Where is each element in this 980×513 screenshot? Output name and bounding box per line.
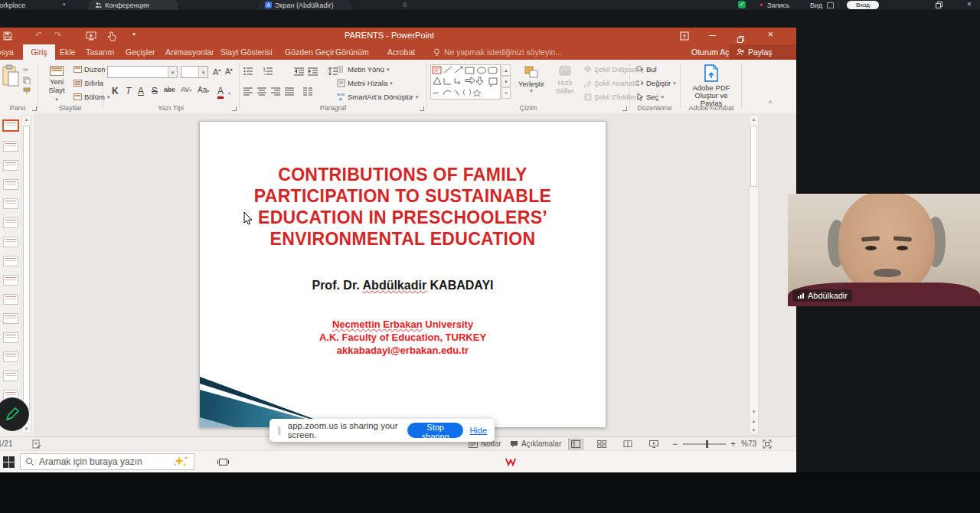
slide-thumbnail-panel[interactable]: ▴ ▾ <box>0 113 34 436</box>
thumbnail[interactable] <box>3 332 18 343</box>
tab-insert[interactable]: Ekle <box>60 44 75 60</box>
thumbnail[interactable] <box>3 371 18 381</box>
start-slideshow-icon[interactable] <box>86 31 96 41</box>
section-button[interactable]: Bölüm▾ <box>74 93 109 101</box>
collapse-ribbon-icon[interactable]: ^ <box>769 100 772 107</box>
tell-me-box[interactable]: Ne yapmak istediğinizi söyleyin... <box>444 44 562 60</box>
bold-button[interactable]: K <box>112 86 119 96</box>
scrollbar-thumb[interactable] <box>23 126 30 410</box>
gallery-up-icon[interactable]: ▴ <box>501 64 511 76</box>
format-painter-icon[interactable] <box>23 87 31 95</box>
align-center-icon[interactable] <box>257 87 266 96</box>
zoom-in-button[interactable]: + <box>730 439 736 449</box>
tab-slideshow[interactable]: Slayt Gösterisi <box>220 44 273 60</box>
thumbnail[interactable] <box>3 237 18 247</box>
stock-ticker-icon[interactable] <box>505 457 518 467</box>
save-icon[interactable] <box>3 31 12 41</box>
tab-animations[interactable]: Animasyonlar <box>165 44 214 60</box>
change-case-button[interactable]: Aa▾ <box>198 86 209 94</box>
close-window-icon[interactable]: × <box>967 0 972 8</box>
reset-button[interactable]: Sıfırla <box>74 79 103 87</box>
text-direction-button[interactable]: Metin Yönü▾ <box>337 65 389 74</box>
slide-canvas[interactable]: CONTRIBUTIONS OF FAMILY PARTICIPATION TO… <box>199 121 606 428</box>
thumbnail[interactable] <box>3 313 18 324</box>
copy-icon[interactable] <box>23 77 31 84</box>
scroll-up-icon[interactable]: ▴ <box>22 116 31 123</box>
undo-icon[interactable]: ↶ <box>35 30 42 40</box>
fit-to-window-icon[interactable] <box>763 439 772 449</box>
tab-home[interactable]: Giriş <box>23 44 55 60</box>
next-slide-icon[interactable]: ▾ <box>750 427 758 433</box>
zoom-out-button[interactable]: − <box>672 439 678 449</box>
thumbnail[interactable] <box>3 160 18 171</box>
thumbnail[interactable] <box>3 275 18 286</box>
drawing-dialog-launcher-icon[interactable] <box>622 106 627 111</box>
security-shield-icon[interactable]: ✓ <box>738 1 746 8</box>
slide-affiliation[interactable]: Necmettin Erbakan University A.K. Facult… <box>200 318 606 357</box>
hide-banner-link[interactable]: Hide <box>469 426 487 435</box>
clipboard-dialog-launcher-icon[interactable] <box>32 106 37 111</box>
shrink-font-button[interactable]: A▾ <box>225 67 233 76</box>
shapes-gallery-scroll[interactable]: ▴ ▾ ≡ <box>501 64 511 99</box>
task-view-icon[interactable] <box>217 457 229 467</box>
tab-transitions[interactable]: Geçişler <box>126 44 155 60</box>
scroll-up-icon[interactable]: ▴ <box>750 116 758 123</box>
quick-styles-button[interactable]: Hızlı Stiller <box>550 64 580 95</box>
normal-view-button[interactable] <box>568 439 583 449</box>
chevron-down-icon[interactable]: ▾ <box>63 2 66 8</box>
grow-font-button[interactable]: A▴ <box>213 67 220 77</box>
shape-outline-button[interactable]: Şekil Anahattı▾ <box>583 79 644 87</box>
character-spacing-button[interactable]: AV▾ <box>181 86 191 93</box>
smiley-icon[interactable]: ☺ <box>401 1 408 8</box>
workspace-tab[interactable]: Workplace <box>0 2 25 9</box>
bullets-icon[interactable] <box>243 67 253 76</box>
find-button[interactable]: Bul <box>635 65 657 74</box>
increase-indent-icon[interactable] <box>308 67 318 76</box>
layout-button[interactable]: Düzen▾ <box>74 65 110 74</box>
adobe-pdf-icon[interactable] <box>703 64 720 83</box>
stop-sharing-button[interactable]: Stop sharing <box>407 423 464 438</box>
strikethrough-button[interactable]: S <box>152 86 158 96</box>
numbering-icon[interactable] <box>263 67 273 76</box>
slide-sorter-view-button[interactable] <box>594 439 609 449</box>
font-size-combobox[interactable]: ▾ <box>181 66 208 78</box>
paragraph-dialog-launcher-icon[interactable] <box>420 106 424 111</box>
drag-handle-icon[interactable]: ∥ <box>277 425 282 436</box>
align-right-icon[interactable] <box>271 87 280 96</box>
new-slide-button[interactable]: Yeni Slayt ▾ <box>41 64 72 103</box>
slideshow-view-button[interactable] <box>646 439 662 449</box>
underline-button[interactable]: A <box>138 86 144 96</box>
columns-icon[interactable] <box>303 87 312 96</box>
zoom-slider[interactable] <box>683 443 726 445</box>
comments-button[interactable]: Açıklamalar <box>521 439 561 448</box>
cut-icon[interactable]: ✂ <box>23 66 29 74</box>
zoom-level[interactable]: %73 <box>741 439 756 448</box>
thumbnail[interactable] <box>3 256 18 266</box>
ribbon-display-options-icon[interactable] <box>680 31 689 41</box>
touch-mode-icon[interactable] <box>107 31 116 41</box>
thumbnail-current[interactable] <box>2 119 19 132</box>
gallery-down-icon[interactable]: ▾ <box>501 76 511 87</box>
text-shadow-button[interactable]: abc <box>164 86 175 93</box>
spell-check-icon[interactable] <box>32 439 41 449</box>
tab-view[interactable]: Görünüm <box>335 44 369 60</box>
tab-conference[interactable]: Конференция <box>89 0 178 10</box>
shape-fill-button[interactable]: Şekil Dolgusu▾ <box>583 65 644 74</box>
tab-file[interactable]: Dosya <box>0 44 14 60</box>
taskbar-search-box[interactable]: Aramak için buraya yazın <box>20 453 194 470</box>
chevron-down-icon[interactable]: ▾ <box>228 90 230 96</box>
customize-qat-icon[interactable]: ▾ <box>132 31 136 38</box>
reading-view-button[interactable] <box>620 439 635 449</box>
thumbnail[interactable] <box>3 141 18 152</box>
view-button[interactable]: Вид <box>810 2 822 9</box>
zoom-slider-thumb[interactable] <box>706 440 708 448</box>
minimize-icon[interactable] <box>709 35 716 36</box>
tab-review[interactable]: Gözden Geçir <box>285 44 335 60</box>
replace-button[interactable]: Değiştir▾ <box>635 79 676 87</box>
tab-screen-share[interactable]: A Экран (Abdülkadir) <box>259 0 352 10</box>
thumbnail[interactable] <box>3 294 18 305</box>
tab-design[interactable]: Tasarım <box>86 44 114 60</box>
scroll-down-icon[interactable]: ▾ <box>750 409 758 415</box>
redo-icon[interactable]: ↷ <box>54 30 61 40</box>
start-button-icon[interactable] <box>3 456 15 468</box>
